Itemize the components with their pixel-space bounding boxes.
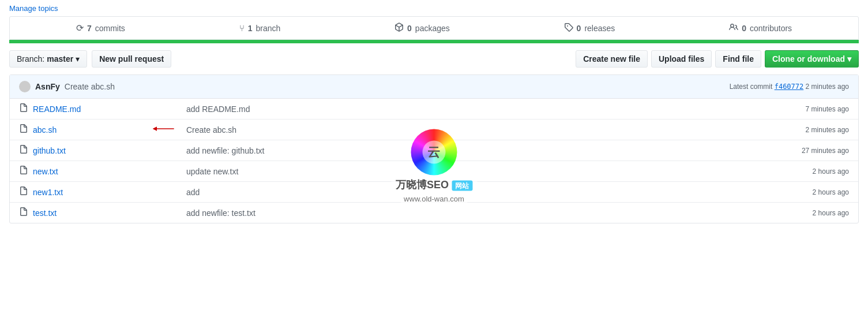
table-row: README.mdadd README.md7 minutes ago bbox=[10, 99, 858, 120]
file-name-link[interactable]: new.txt bbox=[33, 167, 148, 176]
new-pull-request-button[interactable]: New pull request bbox=[92, 50, 171, 68]
toolbar-left: Branch: master ▾ New pull request bbox=[9, 50, 171, 68]
table-row: new.txtupdate new.txt2 hours ago bbox=[10, 161, 858, 182]
table-row: test.txtadd newfile: test.txt2 hours ago bbox=[10, 203, 858, 223]
branch-label: Branch: bbox=[17, 54, 44, 64]
branch-dropdown-icon: ▾ bbox=[76, 54, 80, 64]
releases-stat[interactable]: 0 releases bbox=[564, 23, 615, 33]
commits-count: 7 bbox=[87, 24, 92, 33]
table-row: github.txtadd newfile: github.txt27 minu… bbox=[10, 140, 858, 161]
releases-label: releases bbox=[584, 24, 615, 33]
contributors-label: contributors bbox=[750, 24, 792, 33]
packages-icon bbox=[394, 23, 404, 33]
create-new-file-button[interactable]: Create new file bbox=[576, 50, 648, 68]
branch-name: master bbox=[47, 54, 73, 64]
find-file-button[interactable]: Find file bbox=[715, 50, 761, 68]
branches-label: branch bbox=[255, 24, 280, 33]
file-time: 2 minutes ago bbox=[780, 126, 849, 134]
upload-files-button[interactable]: Upload files bbox=[651, 50, 712, 68]
manage-topics-section: Manage topics bbox=[0, 0, 868, 16]
file-time: 2 hours ago bbox=[780, 209, 849, 217]
table-row: abc.shCreate abc.sh2 minutes ago bbox=[10, 120, 858, 140]
clone-or-download-button[interactable]: Clone or download ▾ bbox=[765, 50, 859, 68]
file-table-header: AsnFy Create abc.sh Latest commit f46077… bbox=[10, 75, 858, 99]
file-name-link[interactable]: README.md bbox=[33, 105, 148, 114]
arrow-indicator bbox=[148, 124, 176, 135]
file-commit-message: add bbox=[177, 188, 780, 197]
clone-or-download-label: Clone or download bbox=[772, 54, 845, 64]
repo-toolbar: Branch: master ▾ New pull request Create… bbox=[0, 43, 868, 74]
packages-stat[interactable]: 0 packages bbox=[394, 23, 450, 33]
file-time: 2 hours ago bbox=[780, 188, 849, 196]
file-commit-message: add README.md bbox=[177, 105, 780, 114]
file-time: 27 minutes ago bbox=[780, 147, 849, 155]
releases-icon bbox=[564, 23, 573, 33]
file-name-link[interactable]: new1.txt bbox=[33, 188, 148, 197]
file-name-link[interactable]: github.txt bbox=[33, 146, 148, 155]
manage-topics-link[interactable]: Manage topics bbox=[9, 4, 58, 13]
file-icon bbox=[19, 207, 28, 218]
file-time: 7 minutes ago bbox=[780, 105, 849, 113]
commits-stat[interactable]: ⟳ 7 commits bbox=[76, 23, 125, 33]
file-icon bbox=[19, 103, 28, 114]
commit-author: AsnFy bbox=[35, 82, 60, 91]
latest-commit-hash-info: Latest commit f460772 2 minutes ago bbox=[730, 83, 849, 91]
packages-count: 0 bbox=[407, 24, 412, 33]
packages-label: packages bbox=[415, 24, 450, 33]
latest-commit-label: Latest commit bbox=[730, 83, 773, 91]
latest-commit-info: AsnFy Create abc.sh bbox=[19, 81, 115, 92]
commits-icon: ⟳ bbox=[76, 23, 84, 33]
file-commit-message: update new.txt bbox=[177, 167, 780, 176]
file-commit-message: Create abc.sh bbox=[177, 125, 780, 135]
toolbar-right: Create new file Upload files Find file C… bbox=[576, 50, 859, 68]
branches-stat[interactable]: ⑂ 1 branch bbox=[239, 23, 281, 33]
commit-message: Create abc.sh bbox=[65, 82, 115, 91]
file-name-link[interactable]: abc.sh bbox=[33, 125, 148, 135]
file-icon bbox=[19, 186, 28, 197]
table-row: new1.txtadd2 hours ago bbox=[10, 182, 858, 203]
releases-count: 0 bbox=[577, 24, 581, 33]
file-icon bbox=[19, 124, 28, 135]
commit-time: 2 minutes ago bbox=[806, 83, 849, 91]
file-commit-message: add newfile: test.txt bbox=[177, 208, 780, 218]
branch-selector-button[interactable]: Branch: master ▾ bbox=[9, 50, 87, 68]
file-icon bbox=[19, 145, 28, 156]
contributors-icon bbox=[729, 23, 738, 33]
file-rows-container: README.mdadd README.md7 minutes agoabc.s… bbox=[10, 99, 858, 223]
file-commit-message: add newfile: github.txt bbox=[177, 146, 780, 155]
commit-hash-link[interactable]: f460772 bbox=[775, 83, 804, 91]
file-icon bbox=[19, 166, 28, 177]
contributors-stat[interactable]: 0 contributors bbox=[729, 23, 792, 33]
clone-dropdown-icon: ▾ bbox=[847, 54, 851, 64]
file-table: AsnFy Create abc.sh Latest commit f46077… bbox=[9, 74, 859, 223]
stats-bar: ⟳ 7 commits ⑂ 1 branch 0 packages 0 rele… bbox=[9, 16, 859, 40]
branches-icon: ⑂ bbox=[239, 23, 245, 33]
commits-label: commits bbox=[95, 24, 125, 33]
branches-count: 1 bbox=[248, 24, 253, 33]
contributors-count: 0 bbox=[742, 24, 746, 33]
avatar bbox=[19, 81, 31, 92]
file-time: 2 hours ago bbox=[780, 167, 849, 176]
file-name-link[interactable]: test.txt bbox=[33, 208, 148, 218]
